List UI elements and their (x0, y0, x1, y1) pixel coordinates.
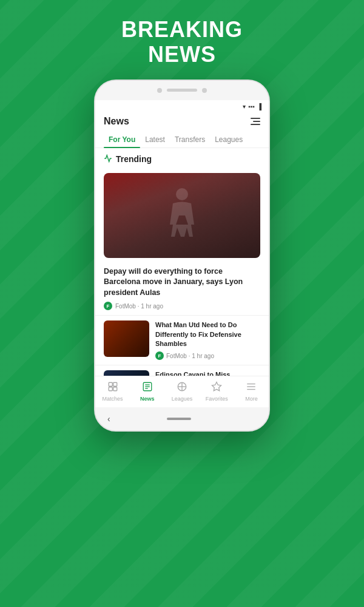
phone-camera (157, 88, 162, 93)
news-icon (142, 381, 153, 395)
bottom-nav-favorites[interactable]: Favorites (200, 381, 234, 402)
matches-icon (107, 381, 118, 395)
page-title-line2: NEWS (0, 42, 364, 67)
menu-button[interactable] (251, 118, 260, 125)
home-pill[interactable] (167, 418, 191, 420)
news-item-1[interactable]: What Man Utd Need to Do Differently to F… (95, 315, 269, 365)
trending-icon (104, 154, 112, 164)
matches-label: Matches (103, 396, 123, 402)
trending-section: Trending (95, 148, 269, 168)
bottom-nav: Matches News (95, 376, 269, 407)
signal-icon: ▪▪▪ (248, 103, 255, 110)
phone-top-bar (95, 81, 269, 100)
news-source-text-1: FotMob · 1 hr ago (166, 353, 214, 359)
app-header: News (95, 114, 269, 132)
menu-line-1 (251, 118, 260, 119)
news-content-1: What Man Utd Need to Do Differently to F… (155, 320, 260, 360)
svg-rect-1 (109, 383, 112, 387)
thumb-image-1 (104, 320, 149, 357)
wifi-icon: ▾ (243, 103, 246, 110)
phone-screen: ▾ ▪▪▪ ▐ News For You Latest Transfers Le… (95, 100, 269, 407)
source-badge-1: F (155, 351, 164, 360)
news-item-title-1: What Man Utd Need to Do Differently to F… (155, 320, 260, 348)
menu-line-3 (251, 124, 260, 125)
leagues-label: Leagues (172, 396, 193, 402)
bottom-nav-matches[interactable]: Matches (95, 381, 130, 402)
favorites-icon (211, 381, 222, 395)
featured-source: F FotMob · 1 hr ago (95, 300, 269, 315)
news-item-source-1: F FotMob · 1 hr ago (155, 351, 260, 360)
trending-label: Trending (104, 154, 260, 164)
menu-line-2 (253, 121, 260, 122)
bottom-nav-news[interactable]: News (130, 381, 164, 402)
page-header: BREAKING NEWS (0, 0, 364, 80)
more-icon (246, 381, 257, 395)
tab-leagues[interactable]: Leagues (210, 132, 248, 148)
news-thumb-1 (104, 320, 149, 357)
svg-rect-2 (113, 383, 116, 387)
app-title: News (104, 116, 129, 127)
page-title-line1: BREAKING (0, 17, 364, 42)
svg-rect-3 (109, 387, 112, 391)
svg-rect-4 (113, 387, 116, 391)
news-label: News (140, 396, 155, 402)
svg-point-0 (176, 188, 188, 200)
featured-source-text: FotMob · 1 hr ago (115, 303, 163, 310)
phone-mockup: ▾ ▪▪▪ ▐ News For You Latest Transfers Le… (0, 80, 364, 432)
phone-bottom-bar: ‹ (95, 407, 269, 430)
phone-camera-2 (202, 88, 207, 93)
back-arrow[interactable]: ‹ (107, 414, 110, 424)
status-bar: ▾ ▪▪▪ ▐ (95, 100, 269, 114)
featured-image[interactable] (104, 173, 260, 258)
nav-tabs: For You Latest Transfers Leagues (95, 132, 269, 148)
tab-for-you[interactable]: For You (104, 132, 140, 148)
battery-icon: ▐ (257, 103, 261, 110)
tab-transfers[interactable]: Transfers (170, 132, 210, 148)
phone-side-button (269, 202, 270, 226)
tab-latest[interactable]: Latest (140, 132, 170, 148)
bottom-nav-more[interactable]: More (234, 381, 269, 402)
more-label: More (245, 396, 258, 402)
bottom-nav-leagues[interactable]: Leagues (164, 381, 199, 402)
trending-text: Trending (116, 154, 152, 164)
featured-article-title[interactable]: Depay will do everything to force Barcel… (95, 263, 269, 301)
player-image (104, 173, 260, 258)
phone-speaker (167, 89, 197, 92)
favorites-label: Favorites (206, 396, 228, 402)
svg-marker-10 (212, 382, 221, 391)
leagues-icon (177, 381, 187, 395)
source-badge-featured: F (104, 302, 112, 310)
phone-body: ▾ ▪▪▪ ▐ News For You Latest Transfers Le… (94, 80, 270, 432)
